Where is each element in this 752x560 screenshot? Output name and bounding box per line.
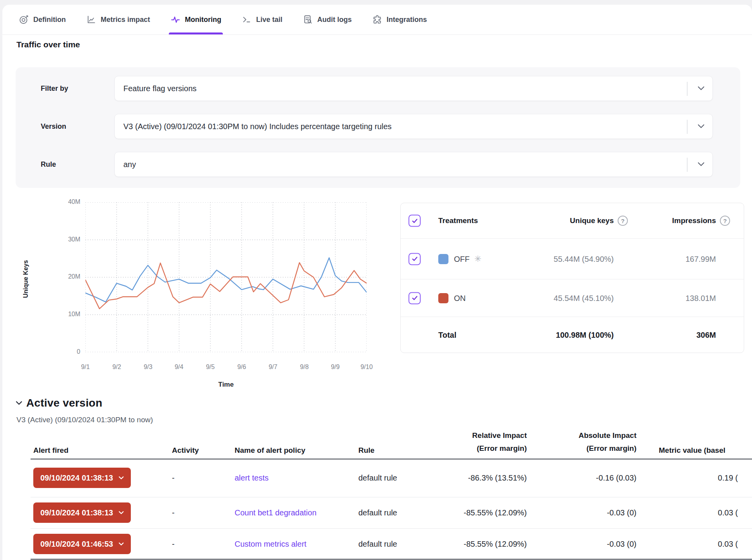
activity-value: - <box>172 474 175 483</box>
col-activity: Activity <box>172 446 199 455</box>
col-relative-impact: Relative Impact (Error margin) <box>431 429 527 455</box>
total-label: Total <box>438 331 456 340</box>
default-treatment-icon: ✳ <box>474 255 481 263</box>
chevron-down-icon <box>698 124 705 129</box>
on-series-swatch <box>438 293 448 303</box>
tab-metrics-impact[interactable]: Metrics impact <box>86 5 150 34</box>
rule-select[interactable]: any <box>114 152 713 177</box>
tab-definition[interactable]: Definition <box>19 5 66 34</box>
tab-label: Integrations <box>387 16 427 24</box>
y-tick: 0 <box>20 348 80 355</box>
off-series-swatch <box>438 254 448 264</box>
alert-policy-link[interactable]: Custom metrics alert <box>235 540 306 549</box>
alert-policy-link[interactable]: Count bet1 degradation <box>235 508 316 517</box>
select-divider <box>687 158 687 172</box>
total-impressions-value: 306M <box>620 331 716 340</box>
metrics-impact-icon <box>86 14 96 25</box>
metric-value: 0.03 ( <box>638 508 738 517</box>
definition-icon <box>19 14 29 25</box>
treatment-row-off: OFF ✳ 55.44M (54.90%) 167.99M <box>401 238 744 279</box>
treatment-name: OFF <box>454 254 470 263</box>
tab-label: Audit logs <box>317 16 352 24</box>
tab-integrations[interactable]: Integrations <box>372 5 427 34</box>
tab-label: Live tail <box>256 16 282 24</box>
select-divider <box>687 82 687 96</box>
alerts-table-header: Alert fired Activity Name of alert polic… <box>0 429 752 459</box>
x-tick: 9/6 <box>226 364 257 371</box>
live-tail-icon <box>242 14 252 25</box>
series-line-off <box>85 258 367 302</box>
rule-value: default rule <box>358 474 397 483</box>
chevron-down-icon <box>119 542 124 546</box>
traffic-chart: Unique Keys 40M 30M 20M 10M 0 9/1 9/2 9/… <box>20 198 400 393</box>
alert-row: 09/10/2024 01:38:13 - alert tests defaul… <box>0 459 752 497</box>
chevron-down-icon <box>119 476 124 480</box>
activity-value: - <box>172 508 175 517</box>
chart-plot-area[interactable] <box>85 202 367 352</box>
monitoring-icon <box>170 14 181 25</box>
total-unique-keys-value: 100.98M (100%) <box>499 331 614 340</box>
alert-row: 09/10/2024 01:46:53 - Custom metrics ale… <box>0 528 752 560</box>
col-rule: Rule <box>358 446 374 455</box>
alert-fired-badge[interactable]: 09/10/2024 01:38:13 <box>33 502 131 523</box>
tab-audit-logs[interactable]: Audit logs <box>303 5 352 34</box>
absolute-impact-value: -0.03 (0) <box>529 540 636 549</box>
active-version-toggle[interactable]: Active version <box>16 397 102 409</box>
absolute-impact-value: -0.03 (0) <box>529 508 636 517</box>
x-tick: 9/5 <box>195 364 226 371</box>
relative-impact-value: -85.55% (12.09%) <box>431 540 527 549</box>
alert-fired-badge[interactable]: 09/10/2024 01:46:53 <box>33 534 131 554</box>
relative-impact-value: -86.3% (13.51%) <box>431 474 527 483</box>
off-impressions-value: 167.99M <box>620 254 716 263</box>
filter-by-label: Filter by <box>41 76 68 101</box>
tab-label: Metrics impact <box>101 16 150 24</box>
impressions-help-icon[interactable]: ? <box>720 216 730 226</box>
on-checkbox[interactable] <box>409 292 421 304</box>
y-tick: 40M <box>20 198 80 205</box>
select-all-checkbox[interactable] <box>409 215 421 227</box>
select-value: V3 (Active) (09/01/2024 01:30PM to now) … <box>123 122 392 131</box>
alert-fired-badge[interactable]: 09/10/2024 01:38:13 <box>33 468 131 488</box>
treatments-column-header: Treatments <box>438 216 478 225</box>
filter-panel: Filter by Feature flag versions Version … <box>16 67 740 188</box>
rule-value: default rule <box>358 540 397 549</box>
activity-value: - <box>172 540 175 549</box>
col-alert-fired: Alert fired <box>33 446 69 455</box>
chevron-down-icon <box>16 401 22 405</box>
select-value: Feature flag versions <box>123 84 197 93</box>
x-tick: 9/9 <box>320 364 351 371</box>
chevron-down-icon <box>119 511 124 515</box>
active-version-title: Active version <box>26 397 102 409</box>
y-tick: 30M <box>20 236 80 243</box>
tab-live-tail[interactable]: Live tail <box>242 5 282 34</box>
on-impressions-value: 138.01M <box>620 294 716 303</box>
x-tick: 9/8 <box>289 364 320 371</box>
filter-row-version: Version V3 (Active) (09/01/2024 01:30PM … <box>16 114 740 139</box>
treatment-name: ON <box>454 294 466 303</box>
rule-label: Rule <box>41 152 56 177</box>
chevron-down-icon <box>698 162 705 167</box>
x-tick: 9/1 <box>70 364 101 371</box>
x-tick: 9/2 <box>101 364 132 371</box>
tab-label: Definition <box>33 16 66 24</box>
tab-bar-divider <box>2 34 752 35</box>
tab-monitoring[interactable]: Monitoring <box>170 5 221 34</box>
tab-label: Monitoring <box>185 16 221 24</box>
select-value: any <box>123 160 136 169</box>
treatments-header-row: Treatments Unique keys ? Impressions ? <box>401 203 744 238</box>
metric-value: 0.03 ( <box>638 540 738 549</box>
absolute-impact-value: -0.16 (0.03) <box>529 474 636 483</box>
treatments-panel: Treatments Unique keys ? Impressions ? O… <box>400 203 744 353</box>
alert-policy-link[interactable]: alert tests <box>235 474 269 483</box>
x-tick: 9/10 <box>351 364 382 371</box>
unique-keys-column-header: Unique keys <box>499 216 614 225</box>
version-select[interactable]: V3 (Active) (09/01/2024 01:30PM to now) … <box>114 114 713 139</box>
chevron-down-icon <box>698 86 705 91</box>
x-tick: 9/4 <box>163 364 195 371</box>
col-alert-policy: Name of alert policy <box>235 446 306 455</box>
y-tick: 20M <box>20 273 80 280</box>
off-checkbox[interactable] <box>409 253 421 265</box>
x-axis-title: Time <box>202 381 249 389</box>
filter-by-select[interactable]: Feature flag versions <box>114 76 713 101</box>
on-unique-keys-value: 45.54M (45.10%) <box>499 294 614 303</box>
